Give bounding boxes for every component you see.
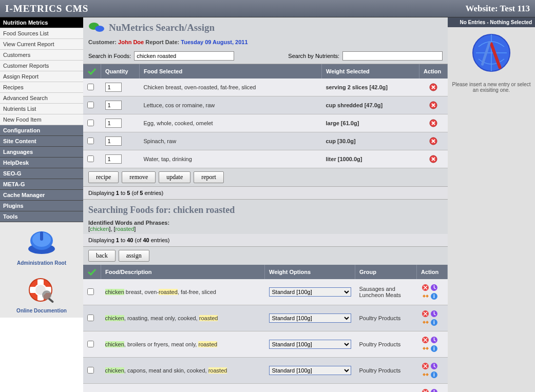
col-food: Food Selected	[140, 64, 322, 79]
sidebar-item[interactable]: Nutrition Metrics	[0, 17, 83, 28]
check-icon	[87, 268, 97, 276]
admin-root-block[interactable]: Administration Root	[0, 222, 83, 270]
sidebar-section-header[interactable]: Cache Manager	[0, 190, 83, 201]
col-action2: Action	[417, 265, 448, 279]
row-checkbox[interactable]	[87, 155, 94, 162]
row-checkbox[interactable]	[87, 367, 94, 374]
food-description: chicken, capons, meat and skin, cooked, …	[101, 358, 265, 384]
row-checkbox[interactable]	[87, 138, 94, 144]
online-doc-block[interactable]: Online Documention	[0, 270, 83, 318]
row-checkbox[interactable]	[87, 102, 94, 108]
col-group: Group	[355, 265, 417, 279]
back-button[interactable]: back	[88, 250, 116, 262]
row-checkbox[interactable]	[87, 120, 94, 126]
sidebar-section-header[interactable]: Languages	[0, 147, 83, 158]
food-name: Water, tap, drinking	[140, 150, 322, 168]
sidebar-item[interactable]: Advanced Search	[0, 93, 83, 104]
svg-rect-3	[40, 231, 43, 241]
sidebar-item[interactable]: Recipes	[0, 82, 83, 93]
right-panel-message: Please insert a new entry or select an e…	[452, 82, 531, 93]
col-action: Action	[419, 64, 448, 79]
table-row: chicken, capons, meat and skin, cooked, …	[83, 358, 448, 384]
row-checkbox[interactable]	[87, 288, 94, 295]
sidebar-section-header[interactable]: META-G	[0, 179, 83, 190]
recipe-button[interactable]: recipe	[88, 171, 119, 183]
search-foods-label: Search in Foods:	[88, 53, 131, 59]
table-row: chicken, broilers or fryers, meat only, …	[83, 331, 448, 358]
row-actions[interactable]: i	[417, 384, 448, 393]
svg-point-13	[95, 26, 104, 32]
row-checkbox[interactable]	[87, 315, 94, 321]
row-checkbox[interactable]	[87, 341, 94, 347]
remove-button[interactable]: remove	[122, 171, 156, 183]
app-header: I-METRICS CMS Website: Test 113	[0, 0, 535, 17]
row-actions[interactable]: i	[417, 279, 448, 305]
col-food-desc: Food/Description	[101, 265, 265, 279]
sidebar-item[interactable]: Nutrients List	[0, 104, 83, 114]
table-row: Water, tap, drinkingliter [1000.0g]	[83, 150, 448, 168]
food-description: chicken, broilers or fryers, meat only, …	[101, 331, 265, 358]
food-name: Lettuce, cos or romaine, raw	[140, 96, 322, 114]
weight-select[interactable]: Standard [100g]	[269, 366, 351, 375]
table-row: chicken, roasting, meat only, cooked, ro…	[83, 305, 448, 331]
delete-icon[interactable]	[429, 138, 437, 144]
customer-info-row: Customer: John Doe Report Date: Tuesday …	[83, 38, 448, 48]
right-panel: No Entries - Nothing Selected Please ins…	[448, 17, 535, 392]
table2-status: Displaying 1 to 40 (of 40 entries)	[83, 234, 448, 247]
col-weight-options: Weight Options	[265, 265, 355, 279]
svg-text:i: i	[433, 346, 435, 351]
food-group: Poultry Products	[355, 331, 417, 358]
sidebar-section-header[interactable]: Tools	[0, 211, 83, 222]
food-description: chicken, roasting, meat only, cooked, ro…	[101, 305, 265, 331]
selected-foods-table: Quantity Food Selected Weight Selected A…	[83, 64, 448, 168]
weight-select[interactable]: Standard [100g]	[269, 287, 351, 297]
sidebar-section-header[interactable]: Site Content	[0, 136, 83, 147]
quantity-input[interactable]	[105, 119, 122, 128]
update-button[interactable]: update	[159, 171, 190, 183]
power-icon	[26, 229, 57, 255]
row-actions[interactable]: i	[417, 331, 448, 358]
sidebar-section-header[interactable]: HelpDesk	[0, 158, 83, 168]
sidebar-section-header[interactable]: SEO-G	[0, 168, 83, 179]
online-doc-label: Online Documention	[2, 308, 81, 313]
quantity-input[interactable]	[105, 154, 122, 164]
row-actions[interactable]: i	[417, 358, 448, 384]
sidebar-item[interactable]: Customer Reports	[0, 61, 83, 71]
weight-select[interactable]: Standard [100g]	[269, 340, 351, 349]
svg-rect-11	[48, 298, 54, 303]
chat-bubbles-icon	[88, 22, 105, 34]
report-button[interactable]: report	[194, 171, 224, 183]
identified-word-1: chicken	[90, 226, 109, 232]
quantity-input[interactable]	[105, 83, 122, 92]
quantity-input[interactable]	[105, 101, 122, 110]
search-foods-input[interactable]	[134, 51, 234, 61]
sidebar-item[interactable]: Customers	[0, 50, 83, 61]
food-description: chicken breast, oven-roasted, fat-free, …	[101, 279, 265, 305]
quantity-input[interactable]	[105, 136, 122, 146]
row-checkbox[interactable]	[87, 84, 94, 90]
weight-selected: cup [30.0g]	[322, 132, 419, 150]
sidebar-item[interactable]: Assign Report	[0, 71, 83, 82]
page-title: NuMetrics Search/Assign	[109, 22, 215, 33]
delete-icon[interactable]	[429, 155, 437, 162]
row-actions[interactable]: i	[417, 305, 448, 331]
app-title: I-METRICS CMS	[5, 3, 88, 14]
weight-selected: large [61.0g]	[322, 114, 419, 132]
delete-icon[interactable]	[429, 102, 437, 108]
identified-word-2: roasted	[116, 226, 135, 232]
customer-name: John Doe	[118, 39, 144, 45]
sidebar-section-header[interactable]: Plugins	[0, 201, 83, 211]
search-nutrients-input[interactable]	[342, 51, 443, 61]
table-row: Lettuce, cos or romaine, rawcup shredded…	[83, 96, 448, 114]
sidebar-section-header[interactable]: Configuration	[0, 125, 83, 136]
sidebar-item[interactable]: Food Sources List	[0, 28, 83, 39]
delete-icon[interactable]	[429, 84, 437, 90]
table-row: chicken breast, oven-roasted, fat-free, …	[83, 279, 448, 305]
svg-text:i: i	[433, 320, 435, 325]
sidebar-item[interactable]: View Current Report	[0, 39, 83, 50]
delete-icon[interactable]	[429, 120, 437, 126]
food-name: Spinach, raw	[140, 132, 322, 150]
weight-select[interactable]: Standard [100g]	[269, 313, 351, 323]
assign-button[interactable]: assign	[119, 250, 149, 262]
sidebar-item[interactable]: New Food Item	[0, 114, 83, 125]
